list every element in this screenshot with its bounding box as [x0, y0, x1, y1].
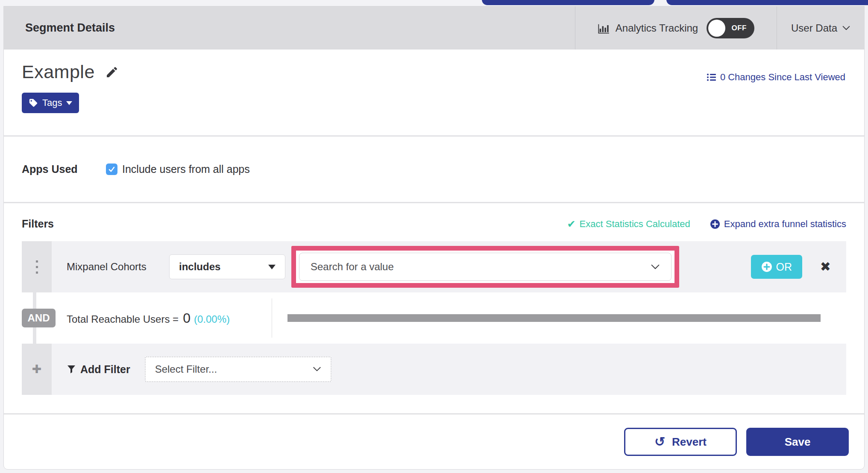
- changes-since-last-viewed-link[interactable]: 0 Changes Since Last Viewed: [707, 72, 845, 83]
- caret-down-icon: [66, 101, 72, 105]
- exact-statistics-status: ✔ Exact Statistics Calculated: [567, 218, 690, 230]
- changes-link-label: 0 Changes Since Last Viewed: [720, 72, 845, 83]
- panel-header: Segment Details Analytics Tracking OFF U…: [4, 6, 864, 50]
- total-reachable-row: AND Total Reachable Users = 0 (0.00%): [22, 292, 846, 344]
- reachable-users-bar: [287, 314, 821, 322]
- plus-circle-icon: [710, 219, 720, 229]
- analytics-tracking-toggle[interactable]: OFF: [707, 18, 754, 38]
- chevron-down-icon: [313, 367, 321, 372]
- total-reachable-value: 0: [183, 310, 191, 326]
- filter-row: Mixpanel Cohorts includes Search for a v…: [22, 241, 846, 292]
- operator-value: includes: [179, 261, 220, 273]
- plus-circle-icon: [761, 261, 772, 272]
- apps-used-label: Apps Used: [22, 163, 106, 175]
- operator-select[interactable]: includes: [169, 254, 285, 279]
- analytics-tracking-label: Analytics Tracking: [616, 22, 698, 34]
- revert-icon: ↺: [654, 435, 665, 448]
- add-or-condition-button[interactable]: OR: [751, 255, 802, 279]
- revert-button-label: Revert: [672, 435, 707, 449]
- total-reachable-percent: (0.00%): [194, 313, 230, 325]
- footer-actions: ↺ Revert Save: [4, 413, 864, 469]
- panel-title: Segment Details: [25, 21, 115, 35]
- select-filter-dropdown[interactable]: Select Filter...: [145, 356, 331, 382]
- or-button-label: OR: [776, 261, 792, 273]
- drag-handle[interactable]: [22, 241, 52, 292]
- add-row-handle[interactable]: ✚: [22, 344, 52, 395]
- expand-funnel-label: Expand extra funnel statistics: [724, 219, 846, 230]
- total-reachable-label: Total Reachable Users =: [67, 313, 179, 325]
- check-icon: [108, 165, 116, 173]
- highlight-box: Search for a value: [291, 246, 679, 288]
- save-button[interactable]: Save: [746, 428, 849, 456]
- value-search-select[interactable]: Search for a value: [299, 253, 672, 281]
- select-filter-placeholder: Select Filter...: [155, 363, 217, 375]
- drag-dots-icon: [36, 260, 38, 274]
- user-data-label: User Data: [791, 22, 837, 34]
- check-icon: ✔: [567, 218, 576, 230]
- top-nav-button-right[interactable]: [666, 0, 868, 5]
- filter-field-label: Mixpanel Cohorts: [67, 261, 169, 273]
- apps-used-section: Apps Used Include users from all apps: [4, 137, 864, 203]
- segment-name: Example: [22, 61, 95, 82]
- chevron-down-icon: [651, 264, 660, 270]
- filters-section: Filters ✔ Exact Statistics Calculated Ex…: [4, 203, 864, 413]
- tags-button[interactable]: Tags: [22, 93, 79, 113]
- chevron-down-icon: [842, 26, 850, 31]
- tags-button-label: Tags: [42, 97, 62, 108]
- bar-chart-icon: [598, 22, 610, 34]
- include-all-apps-label: Include users from all apps: [122, 163, 250, 175]
- funnel-icon: [67, 365, 76, 374]
- plus-icon: ✚: [32, 364, 42, 375]
- filters-heading: Filters: [22, 218, 54, 230]
- and-badge: AND: [22, 309, 56, 327]
- toggle-state-label: OFF: [725, 24, 753, 32]
- caret-down-icon: [268, 265, 276, 269]
- edit-pencil-icon[interactable]: [105, 65, 119, 79]
- vertical-divider: [272, 298, 272, 338]
- revert-button[interactable]: ↺ Revert: [624, 428, 737, 456]
- toggle-knob: [708, 20, 725, 37]
- exact-statistics-label: Exact Statistics Calculated: [580, 219, 690, 230]
- add-filter-row: ✚ Add Filter Select Filter...: [22, 344, 846, 395]
- add-filter-label: Add Filter: [80, 363, 130, 376]
- add-filter-label-group: Add Filter: [67, 363, 130, 376]
- include-all-apps-option: Include users from all apps: [106, 163, 250, 175]
- segment-title-section: Example 0 Changes Since Last Viewed Tags: [4, 50, 864, 137]
- analytics-tracking-section: Analytics Tracking OFF: [575, 6, 777, 50]
- tag-icon: [29, 98, 38, 108]
- include-all-apps-checkbox[interactable]: [106, 164, 117, 175]
- value-placeholder: Search for a value: [311, 261, 394, 273]
- expand-funnel-statistics-link[interactable]: Expand extra funnel statistics: [710, 219, 846, 230]
- top-nav-button-left[interactable]: [482, 0, 654, 5]
- user-data-dropdown[interactable]: User Data: [777, 6, 864, 50]
- remove-filter-icon[interactable]: ✖: [820, 260, 831, 273]
- segment-details-panel: Segment Details Analytics Tracking OFF U…: [3, 6, 865, 470]
- list-icon: [707, 72, 717, 82]
